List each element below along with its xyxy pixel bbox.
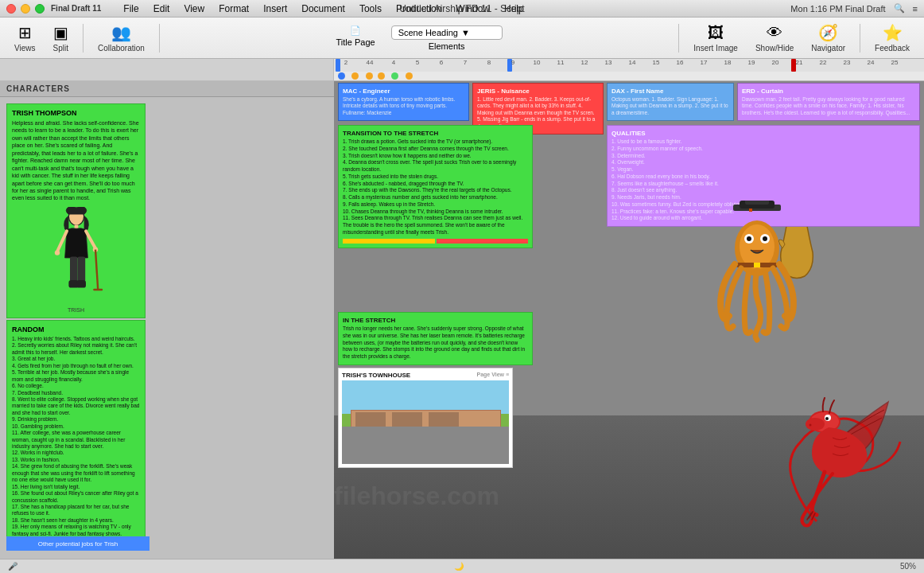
ruler-num: 44	[358, 59, 382, 72]
moon-icon[interactable]: 🌙	[454, 562, 464, 571]
menu-insert[interactable]: Insert	[257, 2, 293, 16]
collaboration-label: Collaboration	[98, 44, 145, 53]
scene-dot-4	[378, 72, 385, 80]
toolbar: ⊞ Views ▣ Split 👥 Collaboration 📄 Title …	[0, 18, 924, 59]
feedback-button[interactable]: ⭐ Feedback	[868, 23, 916, 53]
ruler-numbers-row: 2 44 4 5 6 7 8 9 10 11 12 13 14 15 16 17…	[334, 59, 924, 72]
close-button[interactable]	[6, 4, 16, 14]
menu-view[interactable]: View	[177, 2, 211, 16]
ruler-num: 16	[668, 59, 692, 72]
ruler-num: 13	[596, 59, 620, 72]
collaboration-icon: 👥	[111, 23, 131, 42]
svg-rect-9	[76, 280, 86, 288]
jeris-title: JERIS - Nuisance	[477, 88, 599, 95]
in-stretch-text: Trish no longer needs her cane. She's su…	[343, 325, 528, 361]
window-controls[interactable]	[6, 4, 45, 14]
svg-point-19	[760, 234, 770, 244]
mac-text: She's a cyborg. A human torso with robot…	[343, 96, 464, 116]
insert-image-label: Insert Image	[693, 44, 738, 53]
ruler-num: 5	[406, 59, 429, 72]
insert-image-button[interactable]: 🖼 Insert Image	[687, 24, 744, 53]
ruler-num: 18	[716, 59, 740, 72]
in-stretch-card[interactable]: IN THE STRETCH Trish no longer needs her…	[338, 312, 533, 365]
maximize-button[interactable]	[35, 4, 45, 14]
trish-figure-area	[12, 207, 140, 302]
main-area: CHARACTERS TRISH THOMPSON Helpless and a…	[0, 81, 924, 559]
svg-point-4	[54, 250, 59, 255]
collaboration-button[interactable]: 👥 Collaboration	[91, 23, 151, 53]
feedback-label: Feedback	[875, 44, 910, 53]
footer-center: 🌙	[454, 562, 464, 571]
ruler-num: 8	[477, 59, 501, 72]
dax-title: DAX - First Name	[611, 88, 729, 95]
dax-text: Octopus woman. 1. Badder. Sign Language:…	[611, 96, 729, 116]
ruler-num: 15	[644, 59, 668, 72]
svg-point-21	[763, 236, 767, 241]
split-icon: ▣	[53, 23, 68, 42]
qualities-text: 1. Used to be a famous fighter.2. Funny …	[611, 138, 915, 222]
trish-townhouse-card[interactable]: TRISH'S TOWNHOUSE Page View ≡	[338, 368, 513, 468]
trish-figure	[45, 207, 108, 302]
views-button[interactable]: ⊞ Views	[8, 23, 42, 53]
navigator-button[interactable]: 🧭 Navigator	[805, 23, 852, 53]
split-button[interactable]: ▣ Split	[47, 23, 75, 53]
ruler-num: 7	[453, 59, 477, 72]
erd-card[interactable]: ERD - Curtain Dawsown man. 2 feet tall. …	[737, 83, 920, 121]
list-icon[interactable]: ≡	[913, 4, 918, 14]
ruler-num: 2	[334, 59, 358, 72]
trish-card[interactable]: TRISH THOMPSON Helpless and afraid. She …	[6, 103, 146, 318]
minimize-button[interactable]	[21, 4, 30, 14]
bottom-trish-button[interactable]: Other potential jobs for Trish	[6, 536, 149, 551]
erd-text: Dawsown man. 2 feet tall. Pretty guy alw…	[742, 96, 915, 116]
svg-point-20	[747, 236, 751, 241]
trish-text: Helpless and afraid. She lacks self-conf…	[12, 119, 140, 202]
elements-group[interactable]: Scene Heading ▼ Elements	[391, 25, 503, 51]
mic-icon[interactable]: 🎤	[8, 562, 17, 571]
ruler-num: 11	[549, 59, 573, 72]
title-page-group[interactable]: 📄 Title Page	[336, 25, 375, 51]
app-name: Final Draft 11	[51, 4, 101, 13]
menu-document[interactable]: Document	[295, 2, 351, 16]
search-icon[interactable]: 🔍	[894, 3, 905, 14]
transition-bottom-bar	[343, 239, 528, 244]
road	[342, 427, 509, 464]
insert-image-icon: 🖼	[708, 24, 724, 42]
transition-title: TRANSITION TO THE STRETCH	[343, 130, 528, 137]
menu-format[interactable]: Format	[212, 2, 255, 16]
bar-yellow	[343, 239, 435, 244]
navigator-label: Navigator	[811, 44, 845, 53]
mac-title: MAC - Engineer	[343, 88, 464, 95]
left-panel: CHARACTERS TRISH THOMPSON Helpless and a…	[0, 81, 334, 559]
characters-header: CHARACTERS	[0, 81, 334, 97]
scene-dot-6	[406, 72, 413, 80]
transition-card[interactable]: TRANSITION TO THE STRETCH 1. Trish draws…	[338, 125, 533, 248]
show-hide-button[interactable]: 👁 Show/Hide	[749, 24, 800, 53]
footer-left: 🎤	[8, 562, 17, 571]
svg-line-10	[95, 249, 98, 289]
random-card[interactable]: RANDOM 1. Heavy into kids' friends. Tatt…	[6, 320, 146, 543]
qualities-card[interactable]: QUALITIES 1. Used to be a famous fighter…	[607, 125, 920, 227]
divider-4	[860, 24, 860, 53]
divider-1	[83, 24, 83, 53]
menu-tools[interactable]: Tools	[353, 2, 388, 16]
bar-red	[437, 239, 529, 244]
ruler-num: 6	[429, 59, 453, 72]
random-text: 1. Heavy into kids' friends. Tattoos and…	[12, 336, 140, 537]
menu-edit[interactable]: Edit	[147, 2, 177, 16]
dax-card[interactable]: DAX - First Name Octopus woman. 1. Badde…	[607, 83, 734, 121]
mac-card[interactable]: MAC - Engineer She's a cyborg. A human t…	[338, 83, 469, 121]
svg-rect-6	[70, 256, 78, 282]
title-page-icon: 📄	[350, 25, 361, 36]
feedback-icon: ⭐	[883, 23, 903, 42]
content-area[interactable]: filehorse.com MAC - Engineer She's a cyb…	[334, 81, 924, 559]
navigator-icon: 🧭	[818, 23, 838, 42]
ruler-num: 21	[787, 59, 811, 72]
characters-area: TRISH THOMPSON Helpless and afraid. She …	[0, 97, 334, 559]
characters-label: CHARACTERS	[6, 84, 70, 93]
divider-3	[678, 24, 679, 53]
element-selector[interactable]: Scene Heading ▼	[391, 25, 503, 40]
ruler-scene-dots	[334, 72, 924, 80]
elements-label: Elements	[429, 41, 465, 51]
menu-file[interactable]: File	[117, 2, 145, 16]
views-icon: ⊞	[18, 23, 32, 42]
